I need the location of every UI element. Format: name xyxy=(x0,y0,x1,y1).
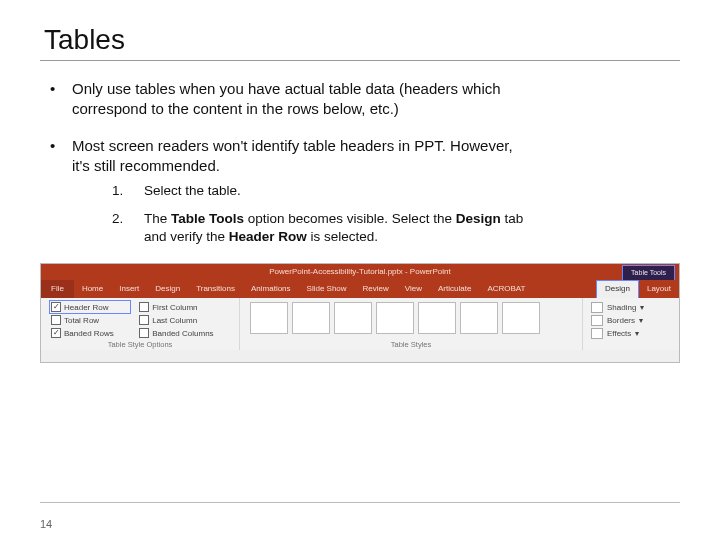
style-swatch[interactable] xyxy=(376,302,414,334)
bold-term: Design xyxy=(456,211,501,226)
checkbox-total-row[interactable]: Total Row xyxy=(51,315,129,325)
step-text: option becomes visible. Select the xyxy=(244,211,456,226)
style-swatch[interactable] xyxy=(460,302,498,334)
checkbox-label: Total Row xyxy=(64,316,99,325)
window-title: PowerPoint-Accessibility-Tutorial.pptx -… xyxy=(269,267,451,276)
checkbox-banded-columns[interactable]: Banded Columns xyxy=(139,328,229,338)
checkbox-label: Banded Columns xyxy=(152,329,213,338)
checkbox-first-column[interactable]: First Column xyxy=(139,302,229,312)
check-icon: ✓ xyxy=(51,302,61,312)
checkbox-banded-rows[interactable]: ✓Banded Rows xyxy=(51,328,129,338)
borders-button[interactable]: Borders ▾ xyxy=(591,315,669,326)
group-label: Table Style Options xyxy=(41,340,239,349)
tab-home[interactable]: Home xyxy=(74,280,111,298)
button-label: Effects xyxy=(607,329,631,338)
group-table-style-options: ✓Header Row First Column Total Row Last … xyxy=(41,298,240,350)
style-swatch[interactable] xyxy=(250,302,288,334)
style-swatch[interactable] xyxy=(292,302,330,334)
group-table-formatting: Shading ▾ Borders ▾ Effects ▾ xyxy=(583,298,679,350)
tab-articulate[interactable]: Articulate xyxy=(430,280,479,298)
ribbon-screenshot: PowerPoint-Accessibility-Tutorial.pptx -… xyxy=(40,263,680,363)
borders-icon xyxy=(591,315,603,326)
ribbon-tabstrip: File Home Insert Design Transitions Anim… xyxy=(41,280,679,298)
footer-rule xyxy=(40,502,680,503)
title-rule xyxy=(40,60,680,61)
bullet-list: Only use tables when you have actual tab… xyxy=(40,79,680,247)
check-icon xyxy=(51,315,61,325)
check-icon: ✓ xyxy=(51,328,61,338)
tab-review[interactable]: Review xyxy=(355,280,397,298)
window-titlebar: PowerPoint-Accessibility-Tutorial.pptx -… xyxy=(41,264,679,280)
tab-transitions[interactable]: Transitions xyxy=(188,280,243,298)
tab-insert[interactable]: Insert xyxy=(111,280,147,298)
tab-design-main[interactable]: Design xyxy=(147,280,188,298)
bold-term: Table Tools xyxy=(171,211,244,226)
check-icon xyxy=(139,328,149,338)
style-swatch[interactable] xyxy=(502,302,540,334)
style-options-grid: ✓Header Row First Column Total Row Last … xyxy=(51,302,229,339)
checkbox-label: Last Column xyxy=(152,316,197,325)
step-list: Select the table. The Table Tools option… xyxy=(112,182,532,247)
tab-spacer xyxy=(533,280,596,298)
step-text: The xyxy=(144,211,171,226)
effects-icon xyxy=(591,328,603,339)
style-swatch[interactable] xyxy=(334,302,372,334)
tab-animations[interactable]: Animations xyxy=(243,280,299,298)
page-title: Tables xyxy=(44,24,680,56)
style-swatch[interactable] xyxy=(418,302,456,334)
tab-view[interactable]: View xyxy=(397,280,430,298)
style-gallery[interactable] xyxy=(250,302,572,334)
button-label: Borders xyxy=(607,316,635,325)
shading-button[interactable]: Shading ▾ xyxy=(591,302,669,313)
contextual-tab-label: Table Tools xyxy=(622,265,675,280)
bullet-item: Most screen readers won't identify table… xyxy=(40,136,532,247)
page-number: 14 xyxy=(40,518,52,530)
tab-file[interactable]: File xyxy=(41,280,74,298)
check-icon xyxy=(139,302,149,312)
tab-acrobat[interactable]: ACROBAT xyxy=(479,280,533,298)
tab-table-layout[interactable]: Layout xyxy=(639,280,679,298)
checkbox-label: Header Row xyxy=(64,303,108,312)
step-item: The Table Tools option becomes visible. … xyxy=(112,210,532,246)
checkbox-header-row[interactable]: ✓Header Row xyxy=(51,302,129,312)
step-item: Select the table. xyxy=(112,182,532,200)
step-text: is selected. xyxy=(307,229,378,244)
check-icon xyxy=(139,315,149,325)
bullet-text: Most screen readers won't identify table… xyxy=(72,137,513,174)
tab-slideshow[interactable]: Slide Show xyxy=(299,280,355,298)
tab-table-design[interactable]: Design xyxy=(596,280,639,298)
bold-term: Header Row xyxy=(229,229,307,244)
ribbon-body: ✓Header Row First Column Total Row Last … xyxy=(41,298,679,350)
shading-icon xyxy=(591,302,603,313)
group-table-styles: Table Styles xyxy=(240,298,583,350)
checkbox-label: First Column xyxy=(152,303,197,312)
group-label: Table Styles xyxy=(240,340,582,349)
checkbox-last-column[interactable]: Last Column xyxy=(139,315,229,325)
slide: Tables Only use tables when you have act… xyxy=(0,0,720,540)
button-label: Shading xyxy=(607,303,636,312)
effects-button[interactable]: Effects ▾ xyxy=(591,328,669,339)
checkbox-label: Banded Rows xyxy=(64,329,114,338)
bullet-item: Only use tables when you have actual tab… xyxy=(40,79,532,120)
